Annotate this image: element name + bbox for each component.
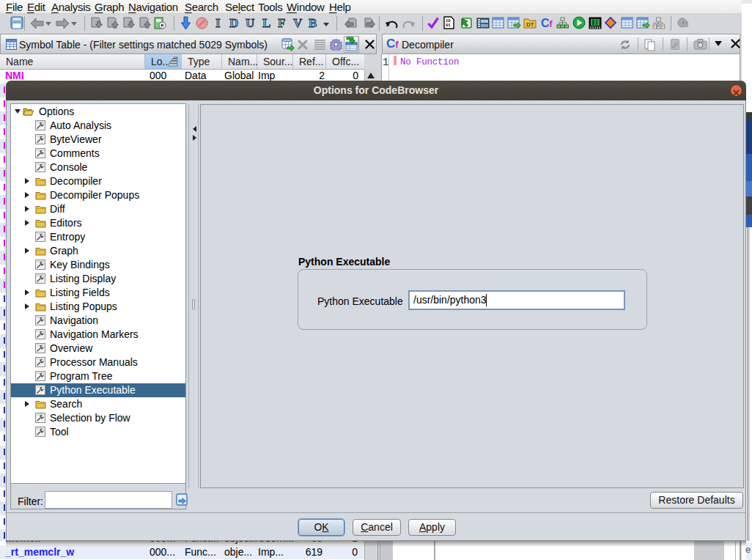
svg-text:DT: DT <box>526 21 534 28</box>
svg-text:01: 01 <box>446 23 451 28</box>
